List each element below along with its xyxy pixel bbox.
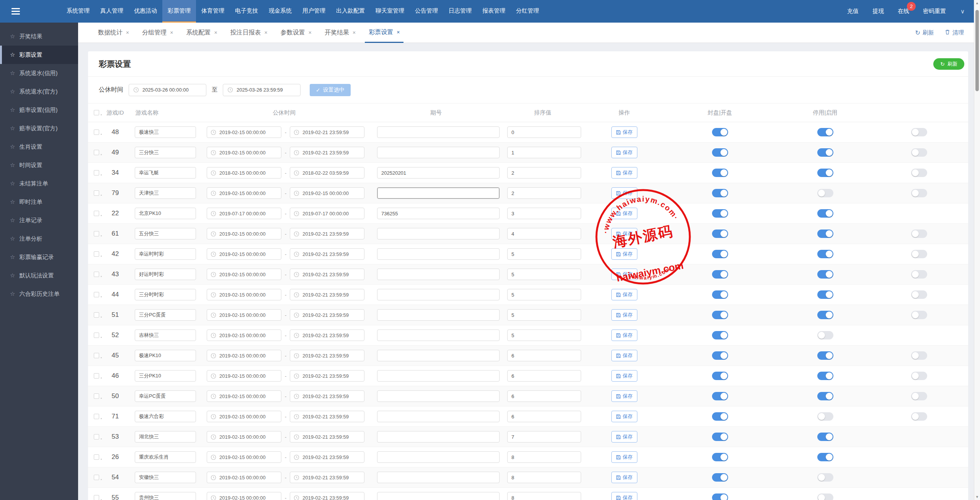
refresh-tabs-button[interactable]: ↻ 刷新 xyxy=(915,29,934,36)
game-name-input[interactable] xyxy=(135,330,196,341)
seal-open-toggle[interactable] xyxy=(712,351,728,360)
sidebar-item[interactable]: ☆系统退水(官方) xyxy=(0,82,78,101)
tab-close-icon[interactable]: × xyxy=(170,30,173,36)
issue-input[interactable] xyxy=(377,370,500,382)
tab-close-icon[interactable]: × xyxy=(126,30,129,36)
issue-input[interactable] xyxy=(377,390,500,402)
disable-enable-toggle[interactable] xyxy=(817,169,833,177)
topnav-right-item[interactable]: 充值 xyxy=(847,8,859,15)
topnav-item[interactable]: 系统管理 xyxy=(61,0,95,23)
holiday-start-input[interactable]: 2019-02-15 00:00:00 xyxy=(207,411,281,422)
issue-input[interactable] xyxy=(377,269,500,280)
sort-input[interactable] xyxy=(507,411,581,422)
seal-open-toggle[interactable] xyxy=(712,392,728,400)
save-button[interactable]: 保存 xyxy=(611,147,637,158)
disable-enable-toggle[interactable] xyxy=(817,250,833,258)
tab-close-icon[interactable]: × xyxy=(309,30,312,36)
disable-enable-toggle[interactable] xyxy=(817,372,833,380)
holiday-end-input[interactable]: 2019-02-21 23:59:59 xyxy=(290,269,364,280)
disable-enable-toggle[interactable] xyxy=(817,473,833,482)
tab-item[interactable]: 系统配置× xyxy=(182,23,221,43)
holiday-start-input[interactable]: 2019-02-15 00:00:00 xyxy=(207,451,281,463)
game-name-input[interactable] xyxy=(135,309,196,321)
save-button[interactable]: 保存 xyxy=(611,390,637,402)
disable-enable-toggle[interactable] xyxy=(817,209,833,218)
seal-open-toggle[interactable] xyxy=(712,250,728,258)
holiday-end-input[interactable]: 2019-02-21 23:59:59 xyxy=(290,370,364,382)
sort-input[interactable] xyxy=(507,228,581,239)
holiday-from-input[interactable]: 2025-03-26 00:00:00 xyxy=(129,84,206,96)
save-button[interactable]: 保存 xyxy=(611,451,637,463)
game-name-input[interactable] xyxy=(135,289,196,300)
holiday-end-input[interactable]: 2019-02-21 23:59:59 xyxy=(290,309,364,321)
save-button[interactable]: 保存 xyxy=(611,492,637,500)
disable-enable-toggle[interactable] xyxy=(817,189,833,197)
disable-enable-toggle[interactable] xyxy=(817,290,833,299)
save-button[interactable]: 保存 xyxy=(611,330,637,341)
tab-close-icon[interactable]: × xyxy=(265,30,268,36)
holiday-end-input[interactable]: 2019-02-21 23:59:59 xyxy=(290,126,364,138)
apply-selected-button[interactable]: ✓ 设置选中 xyxy=(310,84,351,96)
row-checkbox[interactable] xyxy=(94,130,99,135)
issue-input[interactable] xyxy=(377,350,500,361)
seal-open-toggle[interactable] xyxy=(712,270,728,279)
seal-open-toggle[interactable] xyxy=(712,209,728,218)
game-name-input[interactable] xyxy=(135,390,196,402)
save-button[interactable]: 保存 xyxy=(611,411,637,422)
disable-enable-toggle[interactable] xyxy=(817,128,833,136)
sort-input[interactable] xyxy=(507,451,581,463)
disable-enable-toggle[interactable] xyxy=(817,433,833,441)
holiday-start-input[interactable]: 2019-02-15 00:00:00 xyxy=(207,390,281,402)
holiday-start-input[interactable]: 2019-02-15 00:00:00 xyxy=(207,309,281,321)
holiday-end-input[interactable]: 2019-02-21 23:59:59 xyxy=(290,330,364,341)
save-button[interactable]: 保存 xyxy=(611,289,637,300)
holiday-end-input[interactable]: 2019-02-21 23:59:59 xyxy=(290,147,364,158)
topnav-right-item[interactable]: 提现 xyxy=(872,8,884,15)
clean-tabs-button[interactable]: 清理 xyxy=(945,29,964,36)
issue-input[interactable] xyxy=(377,451,500,463)
sort-input[interactable] xyxy=(507,167,581,179)
extra-toggle[interactable] xyxy=(911,169,927,177)
disable-enable-toggle[interactable] xyxy=(817,331,833,339)
holiday-start-input[interactable]: 2019-02-15 00:00:00 xyxy=(207,269,281,280)
holiday-start-input[interactable]: 2019-02-15 00:00:00 xyxy=(207,289,281,300)
issue-input[interactable] xyxy=(377,431,500,443)
issue-input[interactable] xyxy=(377,248,500,260)
sort-input[interactable] xyxy=(507,431,581,443)
row-checkbox[interactable] xyxy=(94,454,99,460)
save-button[interactable]: 保存 xyxy=(611,126,637,138)
holiday-end-input[interactable]: 2019-02-21 23:59:59 xyxy=(290,411,364,422)
sidebar-item[interactable]: ☆时间设置 xyxy=(0,156,78,174)
row-checkbox[interactable] xyxy=(94,475,99,480)
issue-input[interactable] xyxy=(377,472,500,483)
extra-toggle[interactable] xyxy=(911,270,927,279)
topnav-item[interactable]: 体育管理 xyxy=(196,0,230,23)
sort-input[interactable] xyxy=(507,309,581,321)
holiday-start-input[interactable]: 2019-02-15 00:00:00 xyxy=(207,187,281,199)
holiday-end-input[interactable]: 2018-02-22 03:59:59 xyxy=(290,167,364,179)
holiday-start-input[interactable]: 2019-02-15 00:00:00 xyxy=(207,147,281,158)
disable-enable-toggle[interactable] xyxy=(817,493,833,500)
sidebar-item[interactable]: ☆赔率设置(官方) xyxy=(0,119,78,138)
issue-input[interactable] xyxy=(377,187,500,199)
sidebar-item[interactable]: ☆生肖设置 xyxy=(0,138,78,156)
holiday-start-input[interactable]: 2019-02-15 00:00:00 xyxy=(207,431,281,443)
seal-open-toggle[interactable] xyxy=(712,128,728,136)
sort-input[interactable] xyxy=(507,472,581,483)
topnav-right-item[interactable]: 在线2 xyxy=(898,8,909,15)
holiday-end-input[interactable]: 2019-02-21 23:59:59 xyxy=(290,350,364,361)
game-name-input[interactable] xyxy=(135,208,196,219)
row-checkbox[interactable] xyxy=(94,333,99,338)
disable-enable-toggle[interactable] xyxy=(817,412,833,421)
issue-input[interactable] xyxy=(377,330,500,341)
row-checkbox[interactable] xyxy=(94,292,99,297)
disable-enable-toggle[interactable] xyxy=(817,351,833,360)
row-checkbox[interactable] xyxy=(94,434,99,439)
sidebar-item[interactable]: ☆系统退水(信用) xyxy=(0,64,78,82)
sidebar-item[interactable]: ☆即时注单 xyxy=(0,193,78,211)
extra-toggle[interactable] xyxy=(911,189,927,197)
sidebar-item[interactable]: ☆开奖结果 xyxy=(0,27,78,46)
chevron-down-icon[interactable]: ∨ xyxy=(960,8,965,15)
row-checkbox[interactable] xyxy=(94,312,99,318)
save-button[interactable]: 保存 xyxy=(611,269,637,280)
